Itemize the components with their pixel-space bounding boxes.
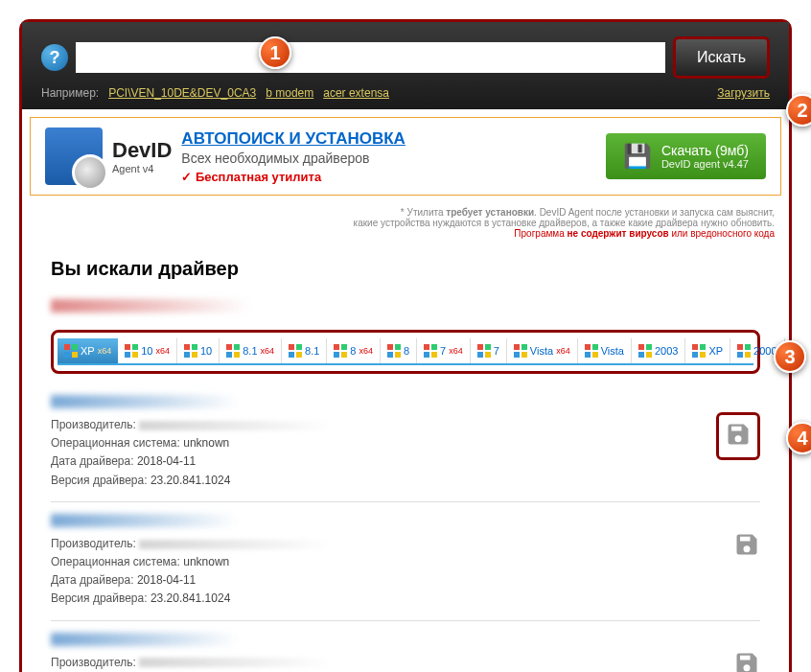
search-input[interactable] <box>76 42 665 73</box>
windows-icon <box>387 344 401 358</box>
page-title: Вы искали драйвер <box>51 258 760 280</box>
example-link[interactable]: PCI\VEN_10DE&DEV_0CA3 <box>108 86 256 100</box>
os-tab-vista-x64[interactable]: Vistax64 <box>507 338 578 363</box>
promo-banner: DevID Agent v4 АВТОПОИСК И УСТАНОВКА Все… <box>30 117 781 196</box>
os-tab-7[interactable]: 7 <box>471 338 507 363</box>
os-tab-8-x64[interactable]: 8x64 <box>327 338 381 363</box>
help-icon[interactable]: ? <box>41 44 68 71</box>
windows-icon <box>585 344 598 358</box>
os-tab-81-x64[interactable]: 8.1x64 <box>220 338 282 363</box>
os-tab-10-x64[interactable]: 10x64 <box>118 338 177 363</box>
example-link[interactable]: acer extensa <box>323 86 389 100</box>
blurred-query <box>51 299 300 313</box>
download-link[interactable]: Загрузить <box>717 86 770 100</box>
save-driver-button[interactable] <box>716 412 760 460</box>
download-button[interactable]: 💾 Скачать (9мб) DevID agent v4.47 <box>606 133 766 179</box>
windows-icon <box>184 344 197 358</box>
driver-title-blurred <box>51 395 319 408</box>
callout-marker-4: 4 <box>786 422 811 454</box>
windows-icon <box>64 344 78 358</box>
callout-marker-3: 3 <box>774 340 806 373</box>
promo-notes: * Утилита требует установки. DevID Agent… <box>22 203 789 248</box>
windows-icon <box>638 344 652 358</box>
example-link[interactable]: b modem <box>266 86 313 100</box>
floppy-icon <box>733 531 760 558</box>
windows-icon <box>289 344 302 358</box>
windows-icon <box>125 344 138 358</box>
os-tab-xp-x64[interactable]: XPx64 <box>58 338 118 363</box>
save-driver-button[interactable] <box>733 531 760 562</box>
os-tabs-container: XPx6410x64108.1x648.18x6487x647Vistax64V… <box>51 330 760 374</box>
callout-marker-2: 2 <box>786 94 811 127</box>
manufacturer-blurred <box>139 540 331 549</box>
save-driver-button[interactable] <box>733 650 760 673</box>
promo-title[interactable]: АВТОПОИСК И УСТАНОВКА <box>181 129 596 149</box>
os-tab-8[interactable]: 8 <box>381 338 417 363</box>
brand-name: DevID <box>112 138 172 163</box>
windows-icon <box>334 344 347 358</box>
search-header: ? Искать Например: PCI\VEN_10DE&DEV_0CA3… <box>22 22 789 109</box>
os-tab-vista[interactable]: Vista <box>578 338 632 363</box>
promo-subtitle: Всех необходимых драйверов <box>181 151 596 166</box>
manufacturer-blurred <box>139 421 331 430</box>
floppy-icon <box>733 650 760 673</box>
example-label: Например: <box>41 86 99 100</box>
driver-title-blurred <box>51 633 319 646</box>
windows-icon <box>226 344 240 358</box>
windows-icon <box>692 344 706 358</box>
driver-item: Производитель: Операционная система: unk… <box>51 502 760 621</box>
driver-item: Производитель: Операционная система: unk… <box>51 383 760 502</box>
windows-icon <box>477 344 491 358</box>
windows-icon <box>424 344 437 358</box>
driver-item: Производитель: Операционная система: unk… <box>51 621 760 673</box>
search-button[interactable]: Искать <box>673 36 770 79</box>
os-tab-2003[interactable]: 2003 <box>632 338 685 363</box>
promo-free-badge: Бесплатная утилита <box>181 170 596 184</box>
windows-icon <box>514 344 527 358</box>
os-tab-10[interactable]: 10 <box>177 338 220 363</box>
os-tab-7-x64[interactable]: 7x64 <box>417 338 471 363</box>
agent-version: Agent v4 <box>112 163 172 174</box>
driver-title-blurred <box>51 514 319 527</box>
os-tab-81[interactable]: 8.1 <box>282 338 327 363</box>
callout-marker-1: 1 <box>259 36 291 69</box>
manufacturer-blurred <box>139 658 331 667</box>
windows-icon <box>737 344 751 358</box>
devid-logo-icon <box>45 127 103 185</box>
save-icon: 💾 <box>623 143 652 170</box>
os-tab-xp[interactable]: XP <box>685 338 730 363</box>
floppy-icon <box>725 421 752 448</box>
